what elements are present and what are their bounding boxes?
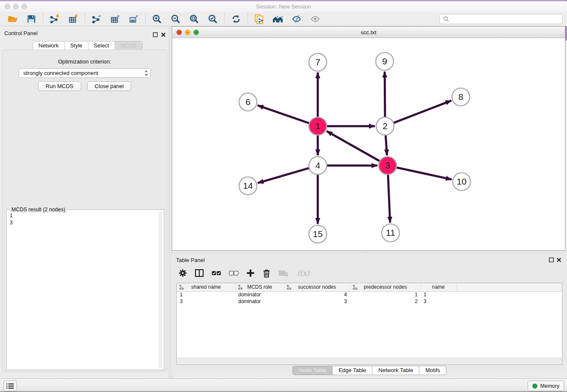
graph-edge-3-1[interactable] <box>327 131 380 161</box>
zoom-in-button[interactable] <box>148 13 166 25</box>
graph-edge-4-14[interactable] <box>258 168 309 183</box>
search-input[interactable] <box>451 16 559 22</box>
table-cell[interactable]: dominator <box>235 298 284 305</box>
network-close-button[interactable]: × <box>176 30 182 35</box>
graph-node-10[interactable]: 10 <box>453 173 471 190</box>
tab-node-table[interactable]: Node Table <box>292 366 333 375</box>
tab-motifs[interactable]: Motifs <box>419 366 446 375</box>
zoom-out-button[interactable] <box>166 13 185 25</box>
graph-edge-1-6[interactable] <box>258 105 309 123</box>
column-header-shared-name[interactable]: shared name <box>177 283 235 291</box>
table-cell[interactable]: 3 <box>421 298 456 305</box>
table-cell[interactable]: 3 <box>177 298 235 305</box>
graph-node-9[interactable]: 9 <box>376 52 394 70</box>
tab-style[interactable]: Style <box>65 41 88 50</box>
table-cell[interactable]: 1 <box>350 291 421 298</box>
graph-node-1[interactable]: 1 <box>309 117 327 135</box>
mcds-result-text[interactable]: 1 3 <box>7 210 164 229</box>
graph-edge-2-3[interactable] <box>385 135 387 155</box>
table-panel-float-button[interactable] <box>549 257 554 262</box>
open-file-button[interactable] <box>3 13 22 25</box>
add-row-button[interactable] <box>246 269 255 277</box>
function-builder-icon: f(x) <box>296 268 310 278</box>
graph-node-14[interactable]: 14 <box>239 177 257 195</box>
task-history-button[interactable] <box>3 381 17 391</box>
graph-node-7[interactable]: 7 <box>309 53 327 71</box>
table-cell[interactable]: 1 <box>177 291 235 298</box>
memory-button[interactable]: Memory <box>528 381 564 391</box>
graph-node-11[interactable]: 11 <box>382 224 399 242</box>
export-image-button[interactable] <box>124 13 143 25</box>
duplicate-network-button[interactable] <box>250 13 269 25</box>
column-header-predecessor-nodes[interactable]: predecessor nodes <box>350 283 421 291</box>
control-panel-close-button[interactable] <box>161 31 166 37</box>
divider-grip[interactable] <box>170 195 171 206</box>
table-row[interactable]: 3dominator323 <box>177 298 562 305</box>
close-panel-button[interactable]: Close panel <box>87 81 132 91</box>
network-zoom-button[interactable]: + <box>193 30 199 35</box>
graph-node-15[interactable]: 15 <box>309 225 327 243</box>
table-cell[interactable]: dominator <box>235 291 284 298</box>
tab-select[interactable]: Select <box>88 41 115 50</box>
columns-button[interactable] <box>195 269 204 277</box>
refresh-button[interactable] <box>227 13 245 25</box>
table-cell[interactable]: 3 <box>284 298 350 305</box>
window-close-button[interactable] <box>5 4 10 9</box>
graph-node-4[interactable]: 4 <box>309 157 327 174</box>
optimization-criterion-label: Optimization criterion: <box>3 58 167 65</box>
window-zoom-button[interactable] <box>22 4 27 9</box>
result-scrollbar[interactable] <box>159 211 162 368</box>
graph-edge-2-9[interactable] <box>385 72 385 117</box>
column-header-successor-nodes[interactable]: successor nodes <box>284 283 350 291</box>
divider-grip-horizontal[interactable] <box>363 251 368 253</box>
memory-status-icon <box>532 384 537 389</box>
tab-network[interactable]: Network <box>33 41 65 50</box>
column-header-name[interactable]: name <box>421 283 456 291</box>
export-table-button[interactable] <box>106 13 124 25</box>
column-label: predecessor nodes <box>363 284 407 290</box>
hide-details-button[interactable] <box>287 13 306 25</box>
graph-edge-3-11[interactable] <box>388 175 390 223</box>
save-session-button[interactable] <box>22 13 41 25</box>
graph-edge-3-10[interactable] <box>397 168 452 179</box>
export-image-icon <box>129 14 139 24</box>
table-cell[interactable]: 4 <box>284 291 350 298</box>
window-titlebar: Session: New Session <box>0 1 567 12</box>
gear-button[interactable] <box>179 269 187 277</box>
network-canvas[interactable]: 1234678910111415 <box>172 39 565 250</box>
criterion-select[interactable]: strongly connected component <box>19 68 151 78</box>
table-panel-close-button[interactable] <box>556 257 562 262</box>
zoom-selected-button[interactable] <box>204 13 222 25</box>
table-scrollbar[interactable] <box>177 358 562 364</box>
graph-node-2[interactable]: 2 <box>376 117 394 135</box>
column-header-mcds-role[interactable]: MCDS role <box>235 283 284 291</box>
graph-node-3[interactable]: 3 <box>379 157 396 174</box>
graph-node-6[interactable]: 6 <box>239 93 257 111</box>
select-all-button[interactable] <box>212 269 221 277</box>
svg-text:11: 11 <box>386 228 395 237</box>
control-panel-float-button[interactable] <box>153 31 158 37</box>
hierarchy-icon <box>179 284 184 291</box>
table-cell-filler <box>456 298 562 305</box>
graph-node-8[interactable]: 8 <box>452 88 470 106</box>
column-header-filler <box>456 283 562 291</box>
export-network-button[interactable] <box>87 13 106 25</box>
deselect-all-button[interactable] <box>229 269 239 277</box>
import-table-button[interactable] <box>64 13 83 25</box>
network-minimize-button[interactable]: − <box>185 30 190 35</box>
tab-edge-table[interactable]: Edge Table <box>333 366 372 375</box>
column-label: successor nodes <box>298 284 336 290</box>
tab-network-table[interactable]: Network Table <box>372 366 419 375</box>
zoom-fit-button[interactable] <box>185 13 204 25</box>
window-minimize-button[interactable] <box>13 4 19 9</box>
table-cell[interactable]: 1 <box>421 291 456 298</box>
import-network-button[interactable] <box>45 13 64 25</box>
home-button[interactable] <box>269 13 287 25</box>
tab-mcds[interactable]: MCDS <box>115 41 142 50</box>
table-row[interactable]: 1dominator411 <box>177 291 562 298</box>
hide-details-icon <box>292 14 302 24</box>
table-cell[interactable]: 2 <box>350 298 421 305</box>
delete-row-button[interactable] <box>262 268 271 278</box>
graph-edge-2-8[interactable] <box>394 101 451 123</box>
run-mcds-button[interactable]: Run MCDS <box>38 81 81 91</box>
